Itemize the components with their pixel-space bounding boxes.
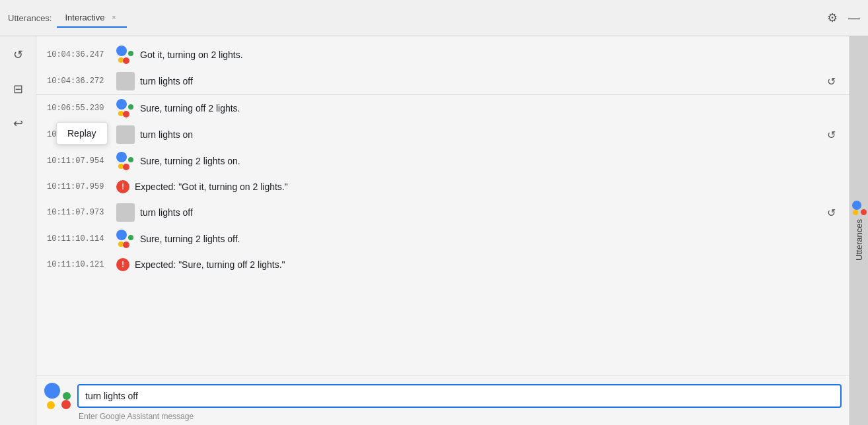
- utterance-row: 10:11:10.121 ! Expected: "Sure, turning …: [36, 252, 850, 277]
- replay-button[interactable]: ↺: [823, 205, 839, 220]
- input-hint: Enter Google Assistant message: [44, 412, 842, 421]
- utterance-text: Sure, turning 2 lights on.: [140, 156, 839, 166]
- utterance-row: 10:11:10.114 Sure, turning 2 lights off.: [36, 226, 850, 252]
- ga-dot-red: [123, 57, 129, 64]
- ga-avatar: [116, 46, 135, 64]
- utterance-text: Sure, turning off 2 lights.: [140, 103, 839, 114]
- error-icon: !: [116, 180, 129, 193]
- ga-dot-blue: [116, 230, 127, 240]
- timestamp: 10:11:07.973: [47, 208, 116, 217]
- user-avatar: [116, 72, 135, 90]
- rs-dot-red: [861, 209, 867, 215]
- utterance-text: Got it, turning on 2 lights.: [140, 49, 839, 60]
- ga-dot-green: [128, 235, 133, 240]
- settings-icon[interactable]: ⚙: [827, 11, 838, 25]
- timestamp: 10:11:10.114: [47, 234, 116, 244]
- ga-dot-blue: [116, 46, 127, 56]
- interactive-tab[interactable]: Interactive ×: [57, 8, 127, 28]
- input-dot-yellow: [47, 401, 55, 409]
- title-bar-label: Utterances:: [8, 13, 52, 23]
- replay-tooltip: Replay: [56, 122, 108, 145]
- timestamp: 10:06:55.230: [47, 104, 116, 113]
- utterance-text: turn lights on: [140, 129, 818, 140]
- title-bar-actions: ⚙ —: [827, 11, 860, 25]
- right-sidebar[interactable]: Utterances: [850, 36, 868, 425]
- replay-button[interactable]: ↺: [823, 73, 839, 89]
- tab-label: Interactive: [65, 13, 104, 22]
- timestamp: 10:11:10.121: [47, 260, 116, 269]
- user-avatar: [116, 125, 135, 144]
- ga-avatar: [116, 99, 135, 117]
- right-sidebar-label: Utterances: [854, 219, 864, 261]
- ga-dot-green: [128, 104, 133, 110]
- title-bar: Utterances: Interactive × ⚙ —: [0, 0, 868, 36]
- utterance-row: 10:11:07.959 ! Expected: "Got it, turnin…: [36, 174, 850, 199]
- minimize-icon[interactable]: —: [848, 11, 860, 25]
- timestamp: 10:11:07.954: [47, 156, 116, 166]
- ga-dot-red: [123, 164, 129, 170]
- error-icon: !: [116, 258, 129, 271]
- ga-dot-green: [128, 157, 133, 162]
- utterance-row: 10:04:36.272 turn lights off ↺: [36, 68, 850, 94]
- content-area: Replay 10:04:36.247 Got it, turning on 2…: [36, 36, 850, 425]
- ga-avatar: [116, 230, 135, 248]
- undo-sidebar-icon[interactable]: ↩: [7, 113, 28, 134]
- user-avatar: [116, 203, 135, 222]
- input-dot-blue: [44, 383, 60, 399]
- main-container: ↺ ⊟ ↩ Replay 10:04:36.247 Got it, turnin…: [0, 36, 868, 425]
- utterance-text: turn lights off: [140, 207, 818, 218]
- utterance-row: 10:11:07.954 Sure, turning 2 lights on.: [36, 148, 850, 174]
- right-sidebar-content: Utterances: [852, 201, 867, 261]
- ga-dot-blue: [116, 99, 127, 110]
- input-dot-green: [63, 392, 71, 400]
- left-sidebar: ↺ ⊟ ↩: [0, 36, 36, 425]
- utterance-text: Sure, turning 2 lights off.: [140, 234, 839, 244]
- replay-button[interactable]: ↺: [823, 127, 839, 143]
- input-avatar: [44, 383, 71, 409]
- message-input[interactable]: [77, 384, 842, 408]
- tooltip-label: Replay: [67, 128, 96, 139]
- rs-dot-yellow: [853, 210, 858, 215]
- timestamp: 10:11:07.959: [47, 182, 116, 191]
- right-sidebar-avatar: [852, 201, 867, 215]
- ga-avatar: [116, 152, 135, 170]
- save-sidebar-icon[interactable]: ⊟: [7, 79, 28, 100]
- utterance-text: Expected: "Got it, turning on 2 lights.": [135, 181, 839, 192]
- ga-dot-red: [123, 111, 129, 117]
- rs-dot-blue: [852, 201, 861, 210]
- timestamp: 10:04:36.247: [47, 50, 116, 59]
- utterance-row: 10:06:55.230 Sure, turning off 2 lights.: [36, 95, 850, 121]
- ga-dot-blue: [116, 152, 127, 162]
- replay-sidebar-icon[interactable]: ↺: [7, 44, 28, 65]
- ga-dot-green: [128, 51, 133, 56]
- utterance-text: Expected: "Sure, turning off 2 lights.": [135, 259, 839, 270]
- utterances-list: 10:04:36.247 Got it, turning on 2 lights…: [36, 36, 850, 376]
- input-dot-red: [61, 400, 71, 409]
- input-row: [44, 383, 842, 409]
- utterance-text: turn lights off: [140, 76, 818, 86]
- utterance-row: 10:04:36.247 Got it, turning on 2 lights…: [36, 42, 850, 68]
- input-area: Enter Google Assistant message: [36, 376, 850, 425]
- tab-close-button[interactable]: ×: [108, 12, 119, 22]
- utterance-row: 10:11:07.973 turn lights off ↺: [36, 199, 850, 226]
- ga-dot-red: [123, 242, 129, 248]
- utterance-row: 10:11:05.826 turn lights on ↺: [36, 121, 850, 148]
- timestamp: 10:04:36.272: [47, 77, 116, 86]
